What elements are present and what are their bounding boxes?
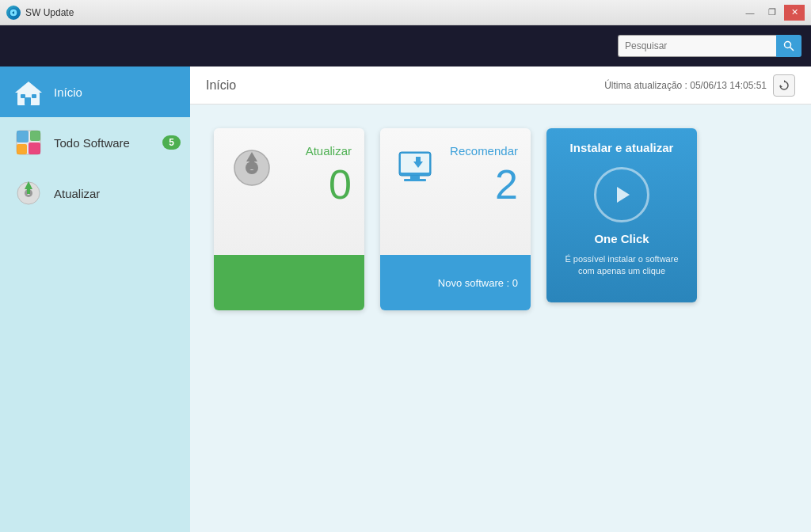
svg-rect-10 [30, 131, 40, 141]
sidebar-item-inicio[interactable]: Início [0, 66, 190, 117]
svg-point-1 [785, 42, 791, 48]
atualizar-card-icon [227, 144, 277, 198]
svg-rect-6 [21, 94, 25, 98]
sidebar-item-atualizar[interactable]: Atualizar [0, 168, 190, 218]
last-update-area: Última atualização : 05/06/13 14:05:51 [604, 74, 795, 97]
recomendar-card-top: Recomendar 2 [380, 128, 531, 255]
search-input[interactable] [618, 35, 776, 57]
oneclick-button-label: One Click [594, 232, 649, 245]
todo-software-icon [13, 127, 44, 158]
recomendar-card-count: 2 [495, 164, 518, 205]
window-controls: — ❐ ✕ [740, 5, 805, 21]
content-header: Início Última atualização : 05/06/13 14:… [190, 66, 811, 104]
main-layout: Início Todo Software 5 [0, 66, 811, 532]
search-container [618, 35, 801, 57]
title-bar-left: SW Update [6, 6, 74, 20]
search-button[interactable] [776, 35, 801, 57]
svg-line-2 [790, 48, 794, 51]
svg-marker-18 [784, 80, 786, 82]
svg-rect-5 [25, 97, 31, 105]
recomendar-card-bottom: Novo software : 0 [380, 255, 531, 310]
atualizar-card-bottom [214, 255, 364, 310]
svg-rect-11 [17, 144, 27, 154]
sidebar-item-todo-software[interactable]: Todo Software 5 [0, 117, 190, 168]
svg-rect-28 [404, 179, 426, 181]
svg-marker-19 [780, 85, 782, 87]
atualizar-icon [13, 177, 44, 209]
sidebar-item-inicio-label: Início [54, 86, 82, 99]
atualizar-card-label: Atualizar [306, 144, 352, 158]
recomendar-card-label: Recomendar [450, 144, 518, 158]
recomendar-card[interactable]: Recomendar 2 Novo software : 0 [380, 128, 531, 310]
search-icon [783, 40, 794, 51]
refresh-button[interactable] [773, 74, 795, 97]
content-title: Início [206, 78, 236, 93]
atualizar-card-count: 0 [329, 164, 352, 205]
svg-rect-9 [17, 131, 29, 142]
todo-software-badge: 5 [162, 135, 181, 150]
oneclick-arrow-icon [594, 167, 649, 222]
oneclick-description: É possível instalar o software com apena… [559, 253, 684, 278]
inicio-icon [13, 76, 44, 108]
refresh-icon [779, 80, 790, 91]
svg-rect-30 [416, 157, 421, 165]
svg-rect-7 [32, 94, 36, 98]
minimize-button[interactable]: — [740, 5, 760, 21]
svg-marker-31 [617, 187, 630, 203]
atualizar-card-top: Atualizar 0 [214, 128, 364, 255]
sidebar-item-todo-label: Todo Software [54, 136, 130, 150]
restore-button[interactable]: ❐ [762, 5, 782, 21]
svg-rect-17 [27, 188, 30, 194]
last-update-text: Última atualização : 05/06/13 14:05:51 [604, 80, 767, 91]
svg-marker-4 [15, 82, 42, 93]
svg-rect-24 [249, 160, 254, 169]
oneclick-card[interactable]: Instalar e atualizar One Click É possíve… [546, 128, 697, 302]
close-button[interactable]: ✕ [784, 5, 805, 21]
atualizar-card[interactable]: Atualizar 0 [214, 128, 364, 310]
svg-rect-12 [29, 142, 40, 154]
content-body: Atualizar 0 [190, 104, 811, 334]
title-bar: SW Update — ❐ ✕ [0, 0, 811, 25]
novo-software-label: Novo software : 0 [438, 277, 518, 289]
sidebar-item-atualizar-label: Atualizar [54, 187, 100, 200]
window-title: SW Update [25, 7, 74, 18]
app-icon [6, 6, 21, 20]
sidebar: Início Todo Software 5 [0, 66, 190, 532]
recomendar-card-icon [393, 144, 444, 198]
top-nav [0, 25, 811, 66]
oneclick-title: Instalar e atualizar [570, 141, 674, 154]
content-area: Início Última atualização : 05/06/13 14:… [190, 66, 811, 532]
